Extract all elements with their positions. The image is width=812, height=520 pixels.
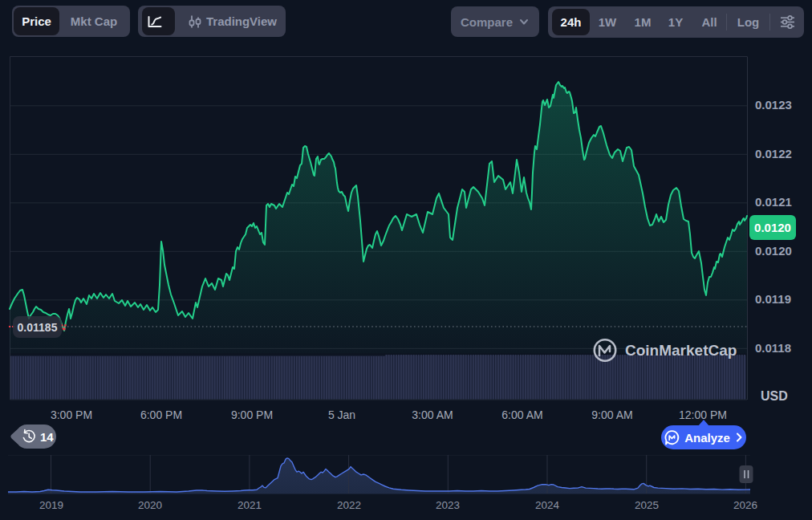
svg-text:CoinMarketCap: CoinMarketCap <box>625 342 737 359</box>
svg-text:14: 14 <box>40 430 54 444</box>
